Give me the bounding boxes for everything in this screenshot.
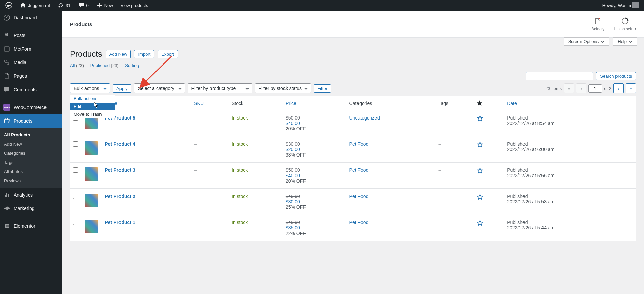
featured-star[interactable] [477,220,483,225]
search-button[interactable]: Search products [596,72,636,80]
elementor-icon [3,223,10,229]
new-content-link[interactable]: New [93,0,116,11]
category-select[interactable]: Select a category [134,83,185,93]
category-link[interactable]: Pet Food [349,194,369,199]
featured-star[interactable] [477,142,483,147]
export-button[interactable]: Export [158,50,178,58]
col-sku[interactable]: SKU [191,96,229,110]
sub-categories[interactable]: Categories [0,149,62,158]
tags-value: – [438,115,441,121]
menu-woocommerce[interactable]: wooWooCommerce [0,100,62,114]
featured-star[interactable] [477,168,483,173]
menu-elementor[interactable]: Elementor [0,219,62,233]
publish-status: Published [507,194,633,199]
product-thumbnail[interactable] [85,141,98,155]
bulk-option-edit[interactable]: Edit [70,103,115,110]
product-thumbnail[interactable] [85,167,98,181]
menu-products[interactable]: Products [0,114,62,128]
product-name-link[interactable]: Pet Product 2 [105,194,135,199]
publish-status: Published [507,141,633,147]
view-products-link[interactable]: View products [118,0,151,11]
category-link[interactable]: Pet Food [349,167,369,173]
tags-value: – [438,141,441,147]
pin-icon [3,32,10,39]
sub-tags[interactable]: Tags [0,158,62,167]
menu-marketing[interactable]: Marketing [0,202,62,215]
updates-link[interactable]: 31 [55,0,73,11]
filter-published[interactable]: Published [90,63,110,68]
apply-button[interactable]: Apply [113,84,131,93]
product-type-select[interactable]: Filter by product type [188,83,252,93]
product-name-link[interactable]: Pet Product 3 [105,167,135,173]
product-name-link[interactable]: Pet Product 4 [105,141,135,147]
current-page-input[interactable] [588,84,602,93]
price-old: $50.00 [286,115,344,121]
last-page-button[interactable]: » [626,83,636,93]
wp-logo[interactable] [3,0,15,11]
product-name-link[interactable]: Pet Product 1 [105,220,135,225]
bulk-option-bulk-actions[interactable]: Bulk actions [70,95,115,103]
pagination: 23 items « ‹ of 2 › » [545,83,636,93]
product-thumbnail[interactable] [85,194,98,207]
row-checkbox[interactable] [73,167,78,173]
filter-sorting[interactable]: Sorting [125,63,139,68]
menu-label: Media [14,60,26,65]
product-thumbnail[interactable] [85,220,98,233]
sub-attributes[interactable]: Attributes [0,167,62,176]
sub-reviews[interactable]: Reviews [0,176,62,185]
chevron-down-icon [601,40,605,44]
svg-point-4 [4,60,7,63]
help-tab[interactable]: Help [613,37,637,46]
menu-dashboard[interactable]: Dashboard [0,11,62,24]
category-link[interactable]: Pet Food [349,220,369,225]
sub-all-products[interactable]: All Products [0,130,62,140]
featured-star[interactable] [477,194,483,199]
stock-status-select[interactable]: Filter by stock status [255,83,311,93]
col-date[interactable]: Date [504,96,636,110]
menu-media[interactable]: Media [0,56,62,69]
menu-comments[interactable]: Comments [0,83,62,96]
top-header: Products Activity Finish setup [62,11,644,38]
col-price[interactable]: Price [283,96,347,110]
bulk-actions-select[interactable]: Bulk actions [70,83,110,93]
products-icon [3,117,10,124]
table-row: Pet Product 4 – In stock $30.00 $20.00 3… [70,136,636,163]
filter-button[interactable]: Filter [314,84,331,93]
price-new: $40.00 [286,173,344,178]
svg-rect-8 [6,227,9,228]
sub-add-new[interactable]: Add New [0,140,62,149]
category-link[interactable]: Pet Food [349,141,369,147]
screen-options-tab[interactable]: Screen Options [564,37,609,46]
howdy-link[interactable]: Howdy, Wasim [600,0,641,11]
menu-metform[interactable]: MetForm [0,42,62,56]
menu-analytics[interactable]: Analytics [0,188,62,202]
publish-status: Published [507,220,633,225]
publish-date: 2022/12/26 at 5:56 am [507,173,633,178]
publish-status: Published [507,115,633,121]
progress-icon [621,17,629,25]
menu-label: Posts [14,33,25,38]
activity-button[interactable]: Activity [591,17,604,31]
add-new-button[interactable]: Add New [106,50,131,58]
category-link[interactable]: Uncategorized [349,115,380,121]
svg-point-2 [6,17,7,18]
import-button[interactable]: Import [134,50,154,58]
filter-all[interactable]: All [70,63,75,68]
price-new: $35.00 [286,225,344,231]
row-checkbox[interactable] [73,141,78,147]
page-icon [3,73,10,79]
finish-setup-button[interactable]: Finish setup [614,17,636,31]
row-checkbox[interactable] [73,194,78,199]
menu-pages[interactable]: Pages [0,69,62,83]
comments-link[interactable]: 0 [75,0,91,11]
search-input[interactable] [526,72,593,80]
tags-value: – [438,194,441,199]
next-page-button[interactable]: › [613,83,624,93]
menu-label: Elementor [14,223,35,229]
row-checkbox[interactable] [73,220,78,225]
media-icon [3,59,10,66]
site-name-link[interactable]: Juggernaut [17,0,53,11]
bulk-option-trash[interactable]: Move to Trash [70,110,115,118]
featured-star[interactable] [477,115,483,121]
menu-posts[interactable]: Posts [0,29,62,42]
